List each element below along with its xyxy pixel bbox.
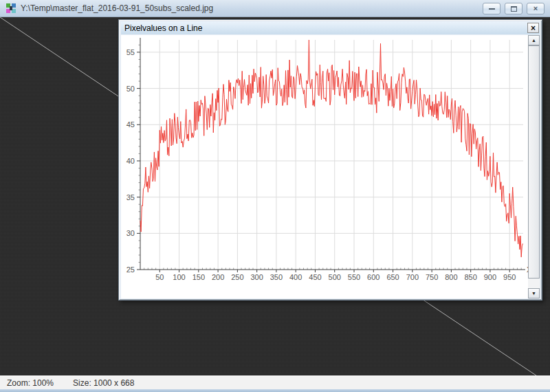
window-title: Y:\Temp\master_flat_2016-03-91_50subs_sc… — [21, 3, 213, 13]
y-tick-label: 40 — [126, 157, 135, 165]
x-tick-label: 300 — [250, 273, 263, 281]
dialog-close-icon: × — [531, 24, 536, 32]
scroll-down-button[interactable]: ▼ — [528, 288, 540, 298]
image-canvas[interactable]: Pixelvalues on a Line × 5010015020025030… — [0, 17, 550, 375]
x-tick-label: 900 — [484, 273, 496, 281]
maximize-button[interactable] — [505, 3, 522, 14]
minimize-icon — [489, 8, 495, 10]
x-tick-label: 350 — [270, 273, 283, 281]
scrollbar-thumb[interactable] — [528, 45, 540, 279]
pixel-profile-series — [140, 40, 522, 257]
app-window: Y:\Temp\master_flat_2016-03-91_50subs_sc… — [0, 0, 550, 392]
pixel-profile-chart: 5010015020025030035040045050055060065070… — [121, 35, 529, 298]
x-tick-label: 650 — [386, 273, 399, 281]
window-bottom-edge — [0, 389, 550, 392]
scroll-down-icon: ▼ — [531, 291, 536, 296]
x-tick-label: 850 — [464, 273, 476, 281]
window-titlebar[interactable]: Y:\Temp\master_flat_2016-03-91_50subs_sc… — [0, 0, 550, 17]
minimize-button[interactable] — [483, 3, 500, 14]
x-tick-label: 950 — [503, 273, 516, 281]
statusbar-size: Size: 1000 x 668 — [73, 378, 134, 388]
vertical-scrollbar[interactable]: ▲ ▼ — [528, 35, 540, 298]
close-button[interactable]: × — [527, 3, 544, 14]
statusbar: Zoom: 100% Size: 1000 x 668 — [0, 375, 550, 389]
y-tick-label: 55 — [126, 48, 135, 56]
maximize-icon — [511, 6, 517, 12]
x-tick-label: 250 — [231, 273, 243, 281]
dialog-close-button[interactable]: × — [527, 23, 539, 33]
pixel-profile-plot: 5010015020025030035040045050055060065070… — [121, 35, 529, 298]
x-tick-label: 800 — [445, 273, 457, 281]
x-tick-label: 50 — [155, 273, 164, 281]
x-tick-label: 500 — [329, 273, 341, 281]
y-tick-label: 25 — [126, 265, 135, 274]
y-tick-label: 45 — [126, 120, 135, 129]
x-tick-label: 100 — [173, 273, 185, 281]
x-tick-label: 700 — [406, 273, 419, 281]
x-tick-label: 550 — [348, 273, 360, 281]
y-tick-label: 35 — [126, 193, 135, 202]
y-tick-label: 30 — [126, 229, 135, 237]
x-tick-label: 200 — [212, 273, 224, 281]
scroll-up-button[interactable]: ▲ — [528, 35, 540, 45]
x-tick-label: 600 — [367, 273, 380, 281]
x-tick-label: 450 — [309, 273, 321, 281]
x-tick-label: 150 — [192, 273, 205, 281]
x-tick-label: 750 — [426, 273, 438, 281]
statusbar-zoom: Zoom: 100% — [7, 378, 54, 388]
x-tick-label: 400 — [289, 273, 302, 281]
window-controls: × — [483, 3, 544, 14]
scroll-up-icon: ▲ — [531, 38, 536, 43]
app-icon — [6, 3, 16, 14]
pixelvalues-dialog: Pixelvalues on a Line × 5010015020025030… — [118, 19, 542, 301]
dialog-titlebar[interactable]: Pixelvalues on a Line × — [121, 22, 540, 34]
y-tick-label: 50 — [126, 85, 135, 93]
close-icon: × — [534, 5, 538, 12]
dialog-title: Pixelvalues on a Line — [121, 23, 202, 33]
